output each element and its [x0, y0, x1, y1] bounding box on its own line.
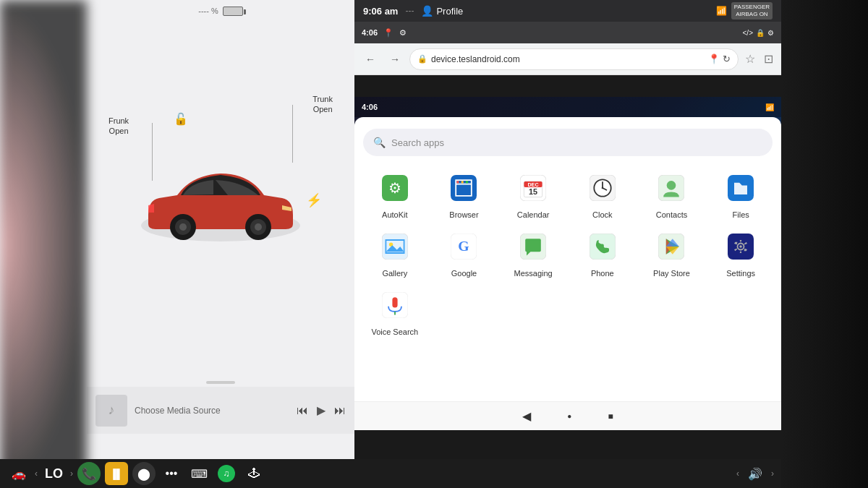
bookmark-icon[interactable]: ☆ [743, 52, 757, 66]
car-view-area: Frunk Open Trunk Open 🔓 [87, 22, 354, 378]
app-icon-files [722, 169, 760, 207]
url-bar-icons[interactable]: 📍 ↻ [708, 53, 731, 64]
media-controls[interactable]: ⏮ ▶ ⏭ [297, 403, 346, 417]
app-icon-clock [584, 169, 621, 207]
app-item-messaging[interactable]: Messaging [501, 228, 565, 278]
app-label-voice-search: Voice Search [371, 328, 418, 336]
phone-taskbar-icon[interactable]: 📞 [77, 462, 101, 485]
android-phone-screen: 4:06 📶 🔍 Search apps ⚙AutoKitBrowserDEC1… [354, 97, 781, 430]
app-item-gallery[interactable]: Gallery [363, 228, 427, 278]
app-label-contacts: Contacts [656, 210, 687, 219]
trunk-label: Trunk Open [312, 94, 333, 115]
app-icon-autokit: ⚙ [376, 169, 414, 207]
app-item-calendar[interactable]: DEC15Calendar [501, 169, 565, 219]
volume-next-arrow[interactable]: › [771, 468, 774, 479]
app-item-contacts[interactable]: Contacts [640, 169, 704, 219]
passenger-airbag-badge: PASSENGERAIRBAG ON [731, 2, 773, 19]
app-label-files: Files [733, 210, 749, 219]
app-item-autokit[interactable]: ⚙AutoKit [363, 169, 427, 219]
search-bar[interactable]: 🔍 Search apps [363, 129, 773, 156]
app-label-gallery: Gallery [382, 269, 407, 278]
svg-point-35 [739, 245, 742, 248]
lo-display: LO [45, 466, 63, 481]
back-button[interactable]: ← [360, 49, 380, 69]
app-item-files[interactable]: Files [709, 169, 773, 219]
app-icon-phone [584, 228, 621, 265]
app-icon-calendar: DEC15 [514, 169, 552, 207]
next-track-button[interactable]: ⏭ [334, 404, 346, 417]
reload-icon[interactable]: ↻ [723, 53, 731, 64]
volume-prev-arrow[interactable]: ‹ [736, 468, 739, 479]
android-inner-icons: 📶 [765, 103, 774, 111]
url-bar[interactable]: 🔒 device.teslandroid.com 📍 ↻ [409, 48, 739, 70]
lo-next-arrow[interactable]: › [70, 468, 73, 479]
keyboard-taskbar-icon[interactable]: ⌨ [187, 462, 210, 485]
app-label-calendar: Calendar [517, 210, 550, 219]
url-text: device.teslandroid.com [431, 54, 705, 64]
joystick-taskbar-icon[interactable]: 🕹 [242, 462, 265, 485]
play-button[interactable]: ▶ [317, 403, 326, 417]
app-item-clock[interactable]: Clock [571, 169, 634, 219]
svg-text:15: 15 [529, 187, 537, 196]
app-icon-contacts [652, 169, 690, 207]
svg-rect-9 [451, 175, 477, 201]
lock-icon: 🔒 [417, 54, 427, 64]
lo-prev-arrow[interactable]: ‹ [35, 468, 38, 479]
profile-icon: 👤 [421, 5, 433, 17]
scroll-indicator [206, 381, 235, 384]
app-item-settings[interactable]: Settings [709, 228, 773, 278]
camera-taskbar-icon[interactable]: ⬤ [132, 462, 156, 485]
search-icon: 🔍 [373, 137, 386, 148]
app-label-google: Google [451, 269, 477, 278]
svg-point-6 [255, 223, 262, 231]
android-inner-status: 4:06 📶 [354, 97, 781, 117]
app-label-autokit: AutoKit [382, 210, 407, 219]
volume-icon[interactable]: 🔊 [744, 462, 767, 485]
app-item-phone[interactable]: Phone [571, 228, 634, 278]
media-thumbnail: ♪ [95, 395, 127, 427]
app-icon-messaging [514, 228, 552, 265]
app-item-voice-search[interactable]: Voice Search [363, 286, 427, 336]
app-label-phone: Phone [591, 269, 614, 278]
lock-icon: 🔓 [174, 112, 188, 126]
app-item-playstore[interactable]: Play Store [640, 228, 704, 278]
app-label-messaging: Messaging [514, 269, 553, 278]
nav-home-button[interactable]: ● [567, 412, 571, 420]
profile-label: Profile [436, 6, 463, 17]
android-background: 4:06 📶 🔍 Search apps ⚙AutoKitBrowserDEC1… [354, 97, 781, 430]
right-blur-overlay [781, 0, 868, 488]
app-item-google[interactable]: GGoogle [433, 228, 496, 278]
spotify-taskbar-icon[interactable]: ♫ [215, 462, 238, 485]
apps-container: 🔍 Search apps ⚙AutoKitBrowserDEC15Calend… [354, 117, 781, 430]
svg-point-3 [179, 223, 187, 231]
svg-point-24 [667, 181, 676, 190]
browser-nav-bar[interactable]: ← → 🔒 device.teslandroid.com 📍 ↻ ☆ ⊡ [354, 43, 781, 75]
mobile-status-bar: ---- % [87, 0, 354, 22]
status-icons: 📶 PASSENGERAIRBAG ON [716, 2, 773, 19]
signal-text: ---- % [198, 7, 218, 15]
taskbar: 🚗 ‹ LO › 📞 ▐▌ ⬤ ••• ⌨ ♫ 🕹 ‹ 🔊 › [0, 459, 781, 488]
nav-back-button[interactable]: ◀ [522, 409, 531, 423]
lo-text: LO [45, 466, 63, 481]
app-icon-google: G [445, 228, 482, 265]
forward-button[interactable]: → [385, 49, 405, 69]
app-icon-voice-search [376, 286, 414, 324]
tab-icon[interactable]: ⊡ [762, 52, 775, 66]
app-item-browser[interactable]: Browser [433, 169, 496, 219]
car-taskbar-icon[interactable]: 🚗 [7, 462, 30, 485]
media-player[interactable]: ♪ Choose Media Source ⏮ ▶ ⏭ [87, 387, 354, 434]
app-label-playstore: Play Store [653, 269, 690, 278]
waveform-taskbar-icon[interactable]: ▐▌ [105, 462, 128, 485]
dots-taskbar-icon[interactable]: ••• [160, 462, 183, 485]
nav-recents-button[interactable]: ■ [608, 411, 613, 421]
profile-area[interactable]: 👤 Profile [421, 5, 463, 17]
location-pin-icon[interactable]: 📍 [708, 53, 720, 64]
frunk-label: Frunk Open [109, 116, 129, 137]
apps-grid: ⚙AutoKitBrowserDEC15CalendarClockContact… [363, 169, 773, 336]
android-bottom-nav[interactable]: ◀ ● ■ [354, 401, 781, 430]
prev-track-button[interactable]: ⏮ [297, 404, 308, 417]
app-icon-playstore [652, 228, 690, 265]
svg-text:⚙: ⚙ [388, 180, 401, 196]
tesla-content: Frunk Open Trunk Open 🔓 [87, 22, 354, 434]
android-code-icon: </> [743, 29, 753, 37]
